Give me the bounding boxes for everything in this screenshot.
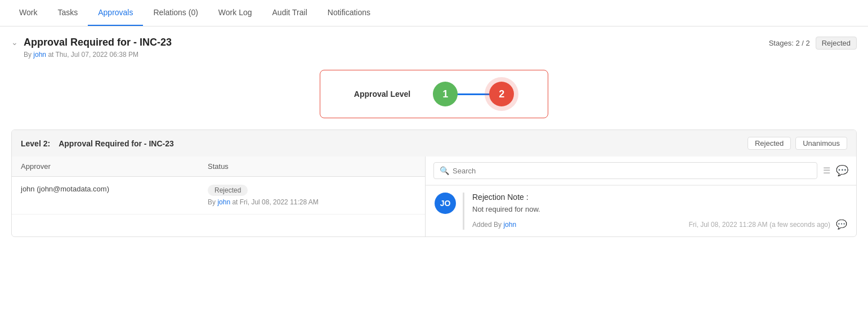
- tab-work[interactable]: Work: [9, 0, 47, 26]
- two-col-layout: Approver Status john (john@motadata.com)…: [12, 157, 856, 236]
- sort-icon[interactable]: ☰: [823, 166, 830, 176]
- level-connector: [457, 93, 490, 95]
- comment-body: Rejection Note : Not required for now. A…: [463, 193, 847, 230]
- approver-table: Approver Status john (john@motadata.com)…: [12, 157, 425, 215]
- tab-approvals[interactable]: Approvals: [88, 0, 143, 26]
- level-section-title: Level 2: Approval Required for - INC-23: [21, 139, 174, 148]
- level-badge-unanimous: Unanimous: [795, 137, 847, 150]
- tab-audittrail[interactable]: Audit Trail: [262, 0, 317, 26]
- approval-subtitle: By john at Thu, Jul 07, 2022 06:38 PM: [24, 51, 172, 59]
- by-user-link[interactable]: john: [217, 198, 230, 206]
- search-icon: 🔍: [440, 166, 449, 175]
- level-title-prefix: Level 2:: [21, 139, 50, 148]
- added-by-prefix: Added By: [472, 221, 502, 229]
- tab-notifications[interactable]: Notifications: [317, 0, 381, 26]
- approval-title: Approval Required for - INC-23: [24, 37, 172, 48]
- table-row: john (john@motadata.com) Rejected By joh…: [12, 177, 425, 215]
- subtitle-user-link[interactable]: john: [33, 51, 46, 59]
- added-by-user-link[interactable]: john: [503, 221, 516, 229]
- search-box: 🔍: [433, 162, 817, 179]
- approval-level-box: Approval Level 1 2: [320, 70, 548, 118]
- approval-header: ⌄ Approval Required for - INC-23 By john…: [0, 26, 868, 64]
- status-by-text: By john at Fri, Jul 08, 2022 11:28 AM: [208, 198, 416, 206]
- tab-worklog[interactable]: Work Log: [208, 0, 262, 26]
- approval-level-label: Approval Level: [354, 90, 410, 99]
- level-section: Level 2: Approval Required for - INC-23 …: [11, 129, 857, 237]
- subtitle-prefix: By: [24, 51, 32, 59]
- right-column: 🔍 ☰ 💬 JO Rejection Note : Not required f…: [426, 157, 856, 236]
- approver-name: john (john@motadata.com): [12, 177, 199, 215]
- tab-tasks[interactable]: Tasks: [47, 0, 88, 26]
- approval-header-left: ⌄ Approval Required for - INC-23 By john…: [11, 37, 172, 59]
- chat-icon[interactable]: 💬: [836, 164, 848, 177]
- approval-title-block: Approval Required for - INC-23 By john a…: [24, 37, 172, 59]
- level-node-2: 2: [489, 82, 514, 106]
- stages-rejected-badge: Rejected: [816, 37, 857, 50]
- by-suffix: at Fri, Jul 08, 2022 11:28 AM: [232, 198, 318, 206]
- comment-reply-icon[interactable]: 💬: [836, 219, 847, 230]
- tabs-bar: Work Tasks Approvals Relations (0) Work …: [0, 0, 868, 26]
- comment-timestamp: Fri, Jul 08, 2022 11:28 AM (a few second…: [689, 221, 830, 229]
- by-prefix: By: [208, 198, 216, 206]
- approval-header-right: Stages: 2 / 2 Rejected: [769, 37, 857, 50]
- approver-status-cell: Rejected By john at Fri, Jul 08, 2022 11…: [199, 177, 425, 215]
- comment-area: JO Rejection Note : Not required for now…: [426, 185, 856, 236]
- search-input[interactable]: [453, 167, 811, 175]
- comment-text: Not required for now.: [472, 205, 847, 213]
- level-title-suffix: Approval Required for - INC-23: [59, 139, 174, 148]
- comment-added-by: Added By john: [472, 221, 516, 229]
- comment-title: Rejection Note :: [472, 193, 847, 202]
- level-node-1: 1: [433, 82, 458, 106]
- stages-label: Stages: 2 / 2: [769, 39, 810, 47]
- tab-relations[interactable]: Relations (0): [143, 0, 208, 26]
- level-section-header: Level 2: Approval Required for - INC-23 …: [12, 130, 856, 157]
- level-badge-rejected: Rejected: [748, 137, 791, 150]
- level-nodes: 1 2: [433, 82, 514, 106]
- approval-level-container: Approval Level 1 2: [0, 64, 868, 129]
- subtitle-suffix: at Thu, Jul 07, 2022 06:38 PM: [48, 51, 138, 59]
- col-header-status: Status: [199, 157, 425, 177]
- comment-footer: Added By john Fri, Jul 08, 2022 11:28 AM…: [472, 219, 847, 230]
- level-section-badges: Rejected Unanimous: [748, 137, 847, 150]
- collapse-icon[interactable]: ⌄: [11, 38, 18, 47]
- status-badge-rejected: Rejected: [208, 185, 248, 196]
- left-column: Approver Status john (john@motadata.com)…: [12, 157, 426, 236]
- col-header-approver: Approver: [12, 157, 199, 177]
- avatar: JO: [435, 193, 456, 214]
